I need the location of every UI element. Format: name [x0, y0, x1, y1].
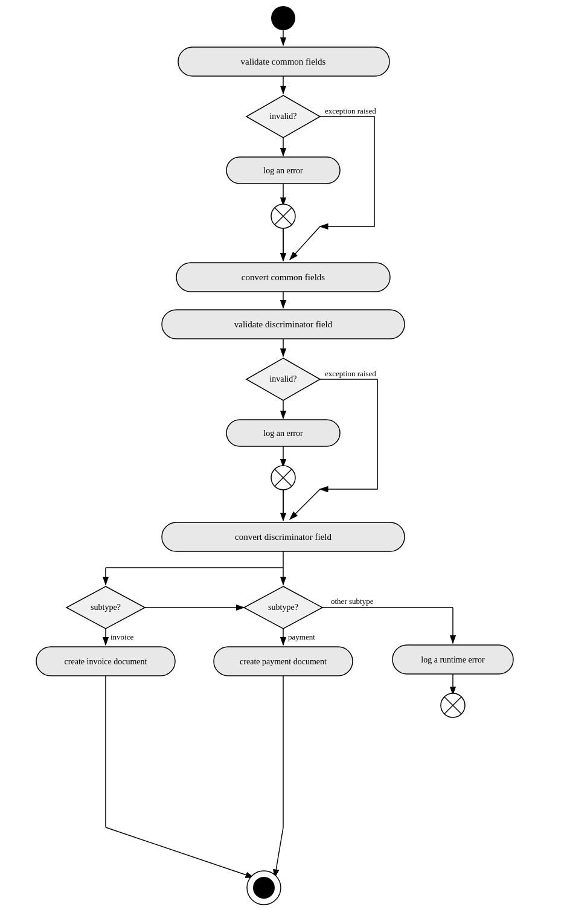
- subtype2-label: subtype?: [268, 603, 298, 612]
- svg-line-32: [106, 827, 254, 877]
- exception-raised-1-label: exception raised: [325, 106, 376, 115]
- log-error1-label: log an error: [263, 166, 303, 175]
- log-error2-label: log an error: [263, 429, 303, 438]
- svg-line-34: [275, 827, 283, 877]
- convert-discriminator-label: convert discriminator field: [235, 532, 332, 542]
- diagram-container: validate common fields invalid? exceptio…: [0, 0, 567, 924]
- svg-line-17: [290, 489, 320, 519]
- validate-common-label: validate common fields: [241, 57, 326, 66]
- invalid2-label: invalid?: [269, 374, 296, 383]
- create-payment-label: create payment document: [240, 657, 327, 666]
- invalid1-label: invalid?: [269, 112, 296, 121]
- other-subtype-label: other subtype: [331, 597, 374, 606]
- end-inner-node: [253, 877, 275, 899]
- log-runtime-label: log a runtime error: [421, 655, 485, 664]
- create-invoice-label: create invoice document: [65, 657, 147, 666]
- subtype1-label: subtype?: [91, 603, 121, 612]
- invoice-label: invoice: [111, 632, 133, 641]
- payment-label: payment: [288, 632, 315, 641]
- convert-common-label: convert common fields: [242, 272, 325, 282]
- svg-line-8: [290, 226, 320, 260]
- start-node: [271, 6, 295, 30]
- exception-raised-2-label: exception raised: [325, 369, 376, 378]
- validate-discriminator-label: validate discriminator field: [234, 319, 333, 329]
